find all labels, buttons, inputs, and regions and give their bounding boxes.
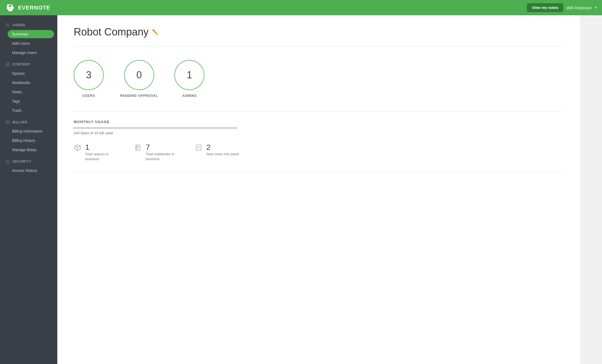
stats-card-new-notes: 2 New notes this week <box>195 143 239 162</box>
svg-rect-4 <box>6 121 10 124</box>
stats-card-spaces: 1 Total spaces in business <box>74 143 118 162</box>
app-header: EVERNOTE View my notes Will Robinson ▾ <box>0 0 602 15</box>
sidebar-item-spaces[interactable]: Spaces <box>0 69 57 78</box>
sidebar-item-trash[interactable]: Trash <box>0 106 57 115</box>
usage-text: 244 bytes of 10 GB used <box>74 131 564 135</box>
sidebar-section-users-header: USERS <box>0 21 57 29</box>
sidebar-item-summary[interactable]: Summary <box>8 30 54 38</box>
stat-pending-circle: 0 <box>124 60 154 90</box>
stat-pending-label: PENDING APPROVAL <box>120 94 158 98</box>
title-divider <box>74 46 564 46</box>
billing-section-label: BILLING <box>13 120 28 124</box>
sidebar: USERS Summary Add Users Manage Users CON… <box>0 15 57 364</box>
stat-admins: 1 ADMINS <box>174 60 204 98</box>
main-content: Robot Company ✏️ 3 USERS 0 PENDING APPRO… <box>57 15 580 364</box>
bottom-divider <box>74 172 564 173</box>
security-section-label: SECURITY <box>13 160 31 163</box>
notebooks-card-icon <box>134 144 142 153</box>
sidebar-item-notes[interactable]: Notes <box>0 87 57 97</box>
sidebar-item-manage-users[interactable]: Manage Users <box>0 48 57 57</box>
svg-rect-1 <box>6 63 9 66</box>
sidebar-item-manage-betas[interactable]: Manage Betas <box>0 145 57 154</box>
edit-company-icon[interactable]: ✏️ <box>152 29 159 35</box>
stat-users-label: USERS <box>82 94 95 98</box>
content-section-label: CONTENT <box>13 62 30 66</box>
sidebar-section-security-header: SECURITY <box>0 157 57 166</box>
new-notes-label: New notes this week <box>206 152 239 157</box>
billing-icon <box>5 120 10 124</box>
stat-admins-circle: 1 <box>174 60 204 90</box>
notebooks-number: 7 <box>146 143 178 152</box>
sidebar-item-access-history[interactable]: Access History <box>0 166 57 175</box>
stat-users: 3 USERS <box>74 60 104 98</box>
sidebar-section-security: SECURITY Access History <box>0 157 57 175</box>
stats-card-notebooks: 7 Total notebooks in business <box>134 143 178 162</box>
right-gutter <box>580 15 602 364</box>
progress-bar-fill <box>74 127 74 129</box>
spaces-card-icon <box>74 144 81 153</box>
sidebar-item-tags[interactable]: Tags <box>0 97 57 106</box>
sidebar-section-content: CONTENT Spaces Notebooks Notes Tags Tras… <box>0 60 57 115</box>
progress-bar-container <box>74 127 237 129</box>
monthly-usage-title: MONTHLY USAGE <box>74 120 564 124</box>
users-section-label: USERS <box>13 23 25 27</box>
page-title: Robot Company <box>74 26 149 38</box>
sidebar-section-billing: BILLING Billing Information Billing Hist… <box>0 118 57 154</box>
main-layout: USERS Summary Add Users Manage Users CON… <box>0 15 602 364</box>
stats-divider <box>74 111 564 112</box>
svg-rect-6 <box>6 123 7 123</box>
stats-cards-row: 1 Total spaces in business 7 Tota <box>74 143 564 162</box>
monthly-usage-section: MONTHLY USAGE 244 bytes of 10 GB used <box>74 120 564 135</box>
spaces-label: Total spaces in business <box>85 152 118 162</box>
notes-card-icon <box>195 144 202 153</box>
view-notes-button[interactable]: View my notes <box>527 3 563 12</box>
sidebar-item-billing-history[interactable]: Billing History <box>0 136 57 145</box>
security-icon <box>5 159 10 164</box>
svg-point-8 <box>7 162 8 163</box>
stat-pending: 0 PENDING APPROVAL <box>120 60 158 98</box>
sidebar-section-billing-header: BILLING <box>0 118 57 127</box>
svg-rect-9 <box>136 145 140 150</box>
new-notes-number: 2 <box>206 143 239 152</box>
stat-admins-label: ADMINS <box>182 94 197 98</box>
header-right: View my notes Will Robinson ▾ <box>527 3 597 12</box>
stat-users-circle: 3 <box>74 60 104 90</box>
content-icon <box>5 62 10 67</box>
spaces-number: 1 <box>85 143 118 152</box>
evernote-logo-icon <box>5 3 15 13</box>
sidebar-section-content-header: CONTENT <box>0 60 57 69</box>
sidebar-item-billing-information[interactable]: Billing Information <box>0 127 57 136</box>
logo-area: EVERNOTE <box>5 3 527 13</box>
app-name-label: EVERNOTE <box>18 5 50 11</box>
user-name-label: Will Robinson <box>567 5 592 10</box>
sidebar-item-notebooks[interactable]: Notebooks <box>0 78 57 87</box>
user-icon <box>5 23 10 27</box>
sidebar-section-users: USERS Summary Add Users Manage Users <box>0 21 57 57</box>
stats-circles-row: 3 USERS 0 PENDING APPROVAL 1 ADMINS <box>74 55 564 103</box>
page-title-row: Robot Company ✏️ <box>74 26 564 38</box>
notebooks-label: Total notebooks in business <box>146 152 178 162</box>
sidebar-item-add-users[interactable]: Add Users <box>0 39 57 48</box>
user-dropdown-chevron-icon[interactable]: ▾ <box>595 6 597 10</box>
